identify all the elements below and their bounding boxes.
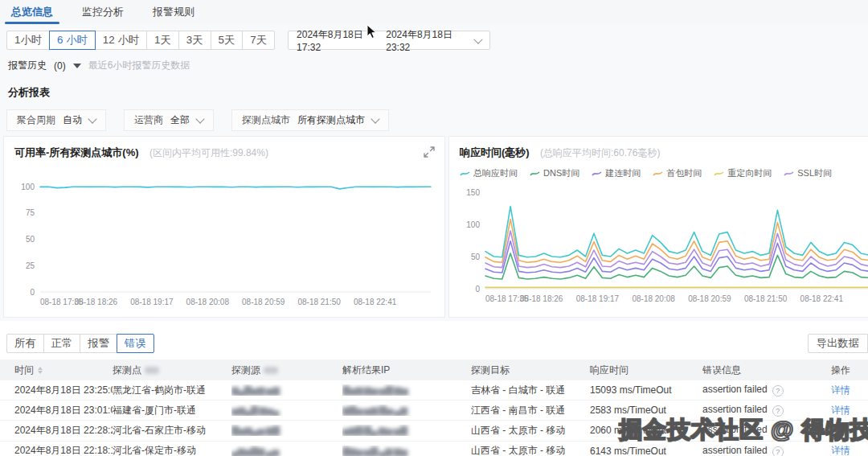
legend-marker-icon [653,170,663,177]
status-filter-1[interactable]: 正常 [43,334,81,353]
legend-item-0[interactable]: 总响应时间 [460,167,518,179]
legend-item-4[interactable]: 重定向时间 [714,167,772,179]
response-text: 15093 ms/TimeOut [590,384,672,396]
svg-text:08-18 22:41: 08-18 22:41 [800,294,844,303]
sort-icon[interactable] [38,367,43,374]
column-header-time: 时间 [14,364,113,377]
header-region: 总览信息监控分析报警规则 1小时6 小时12 小时1天3天5天7天 2024年8… [0,0,868,321]
status-filter-3[interactable]: 错误 [117,334,154,353]
date-end: 2024年8月18日 23:32 [386,28,475,53]
filter-select-2[interactable]: 探测点城市所有探测点城市 [231,109,389,131]
filter-select-0[interactable]: 聚合周期自动 [6,109,106,131]
column-header-response: 响应时间 [590,364,702,377]
legend-marker-icon [784,170,794,177]
cell-probe_point: 福建省-厦门市-联通 [113,404,231,417]
svg-text:08-18 20:59: 08-18 20:59 [688,294,731,303]
alert-history-row: 报警历史 (0) 最近6小时报警历史数据 [8,59,868,72]
status-filter-0[interactable]: 所有 [6,334,44,353]
chart-title: 可用率-所有探测点城市(%) [14,146,139,158]
cell-target: 江西省 - 南昌市 - 联通 [471,404,590,417]
chart-subtitle: (总响应平均时间:60.76毫秒) [540,147,660,158]
chart-subtitle: (区间内平均可用性:99.84%) [149,147,268,158]
filter-value: 自动 [63,113,82,127]
svg-text:0: 0 [30,288,35,297]
range-button-1[interactable]: 6 小时 [49,31,96,50]
status-filter-2[interactable]: 报警 [80,334,117,353]
range-button-6[interactable]: 7天 [242,31,275,50]
cell-probe_point: 河北省-石家庄市-移动 [113,424,231,438]
column-label: 探测源 [231,364,260,376]
range-button-2[interactable]: 12 小时 [95,31,147,50]
filter-label: 探测点城市 [242,113,290,127]
caret-down-icon[interactable] [73,64,81,68]
cell-resolved_ip: ▇▅▆.▆▅.▅▇.▆▅ [342,384,471,396]
cell-action: 详情 [820,384,868,397]
legend-label: SSL时间 [797,167,832,179]
expand-icon[interactable] [424,146,435,160]
target-text: 山西省 - 太原市 - 移动 [471,445,565,456]
legend-marker-icon [714,170,724,177]
help-icon[interactable]: ? [772,446,784,456]
svg-text:50: 50 [26,235,35,244]
cell-response: 6143 ms/TimeOut [590,446,702,456]
time-text: 2024年8月18日 23:25:07 [14,384,113,396]
column-header-probe_point: 探测点 [113,364,231,377]
tab-0[interactable]: 总览信息 [11,0,53,24]
detail-link[interactable]: 详情 [831,384,850,396]
svg-text:75: 75 [26,208,35,217]
probe_point-text: 河北省-保定市-移动 [113,445,196,456]
help-icon[interactable]: ? [772,385,784,396]
time-text: 2024年8月18日 23:01:06 [14,405,113,416]
chart-title: 响应时间(毫秒) [460,146,530,158]
error-message: assertion failed [702,384,768,395]
range-button-5[interactable]: 5天 [211,31,244,50]
column-label: 时间 [14,364,34,376]
tab-2[interactable]: 报警规则 [153,0,194,24]
range-button-4[interactable]: 3天 [178,31,211,50]
cell-target: 山西省 - 太原市 - 移动 [471,444,590,456]
target-text: 山西省 - 太原市 - 移动 [471,425,565,436]
legend-item-5[interactable]: SSL时间 [784,167,832,179]
legend-label: 重定向时间 [727,167,772,179]
cell-source: ▆▄▇▅▆ ▅▆ [231,384,342,396]
time-text: 2024年8月18日 22:28:25 [14,425,113,436]
table-header-row: 时间探测点探测源解析结果IP探测目标响应时间错误信息操作 [0,359,868,380]
target-text: 吉林省 - 白城市 - 联通 [471,384,565,396]
column-header-target: 探测目标 [471,364,590,377]
svg-text:08-18 22:41: 08-18 22:41 [354,298,397,306]
watermark: 掘金技术社区 @ 得物技术 [619,414,868,446]
svg-text:150: 150 [466,188,480,197]
cell-resolved_ip: ▆▇▅.▅▆.▇▅.▄▆ [342,405,471,416]
svg-text:25: 25 [26,261,35,270]
top-tabbar: 总览信息监控分析报警规则 [0,0,868,24]
legend-marker-icon [592,170,602,177]
legend-marker-icon [460,170,470,177]
redacted-text: ▇▅▆.▆▅.▅▇.▆▅ [342,384,407,396]
column-label: 解析结果IP [342,364,390,376]
detail-link[interactable]: 详情 [831,445,850,456]
column-label: 错误信息 [702,364,741,376]
svg-text:0: 0 [475,285,480,294]
cell-source: ▄▆▅▇▆ ▄▅ [231,446,342,456]
export-data-button[interactable]: 导出数据 [808,334,868,353]
legend-item-1[interactable]: DNS时间 [530,167,579,179]
range-button-0[interactable]: 1小时 [6,31,50,50]
probe_point-text: 福建省-厦门市-联通 [113,405,196,416]
svg-text:08-18 18:26: 08-18 18:26 [75,298,118,306]
svg-text:08-18 21:50: 08-18 21:50 [297,298,341,306]
date-range-picker[interactable]: 2024年8月18日 17:32 2024年8月18日 23:32 [288,31,490,50]
cell-time: 2024年8月18日 22:18:12 [14,444,113,456]
column-header-resolved_ip: 解析结果IP [342,364,471,377]
legend-item-2[interactable]: 建连时间 [592,167,641,179]
chevron-down-icon [195,114,204,123]
column-label: 探测点 [113,364,141,376]
svg-text:08-18 19:17: 08-18 19:17 [576,294,620,303]
filter-select-1[interactable]: 运营商全部 [124,109,214,131]
table-filter-row: 所有正常报警错误 导出数据 [0,327,868,359]
date-start: 2024年8月18日 17:32 [297,28,386,53]
response-text: 6143 ms/TimeOut [590,446,666,456]
legend-item-3[interactable]: 首包时间 [653,167,702,179]
range-button-3[interactable]: 1天 [146,31,179,50]
tab-1[interactable]: 监控分析 [82,0,124,24]
cell-time: 2024年8月18日 22:28:25 [14,424,113,438]
